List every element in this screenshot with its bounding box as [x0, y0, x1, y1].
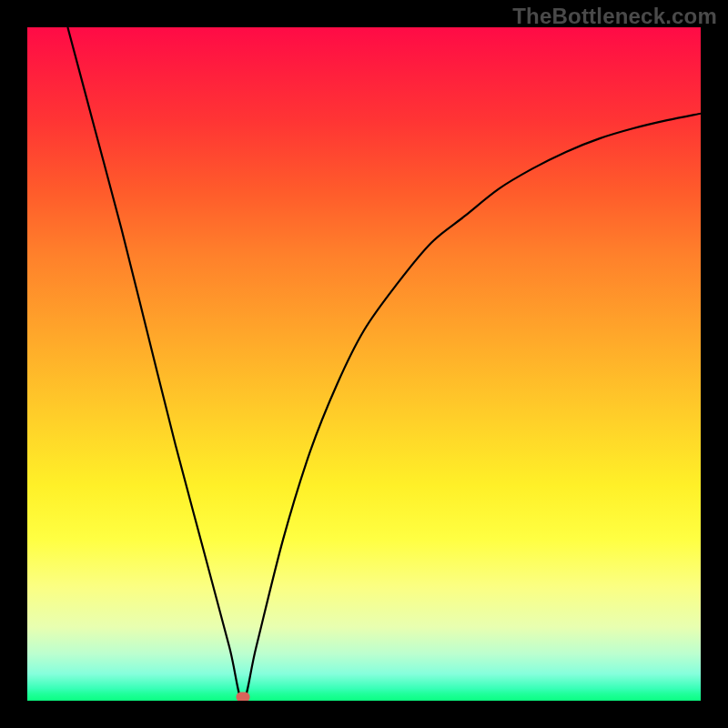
chart-frame: TheBottleneck.com [0, 0, 728, 728]
watermark-text: TheBottleneck.com [512, 4, 717, 29]
curve-path [67, 27, 701, 701]
optimal-point-marker [236, 693, 249, 702]
bottleneck-curve [27, 27, 701, 701]
plot-area [27, 27, 701, 701]
